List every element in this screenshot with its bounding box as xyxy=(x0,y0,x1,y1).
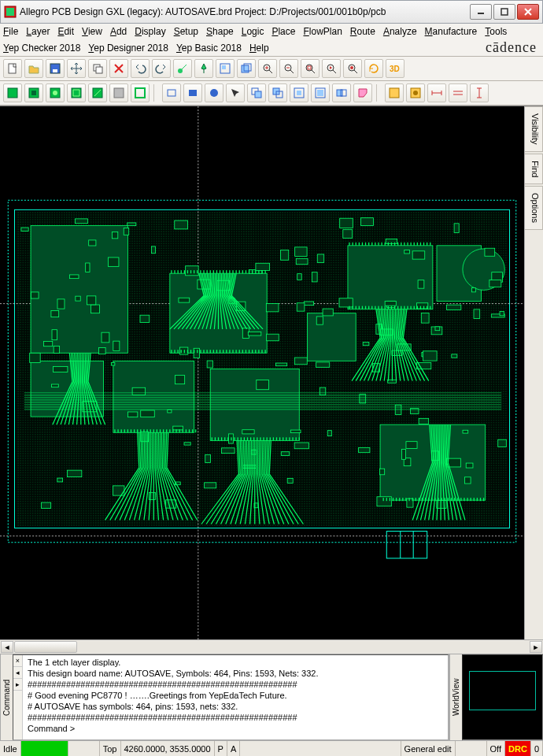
zoom-prev-button[interactable] xyxy=(322,59,341,78)
maximize-button[interactable] xyxy=(493,4,515,20)
zoom-in-button[interactable] xyxy=(258,59,277,78)
svg-rect-232 xyxy=(206,350,207,353)
svg-rect-38 xyxy=(135,88,145,98)
scroll-left-button[interactable]: ◄ xyxy=(1,641,13,653)
menu-manufacture[interactable]: Manufacture xyxy=(425,25,478,38)
status-flag-a[interactable]: A xyxy=(227,741,240,756)
menu-display[interactable]: Display xyxy=(135,25,165,38)
window-title: Allegro PCB Design GXL (legacy): AUTOSAV… xyxy=(20,6,470,17)
save-button[interactable] xyxy=(46,59,65,78)
menu-file[interactable]: File xyxy=(3,25,18,38)
label-flag-button[interactable] xyxy=(173,59,192,78)
svg-rect-343 xyxy=(375,306,375,309)
svg-rect-350 xyxy=(397,306,398,309)
status-drc-label[interactable]: DRC xyxy=(505,741,531,756)
status-drc-off[interactable]: Off xyxy=(487,741,505,756)
new-file-button[interactable] xyxy=(3,59,22,78)
cmd-nav-up[interactable]: × xyxy=(13,655,22,667)
sel-touch-button[interactable] xyxy=(332,83,351,102)
circle-button[interactable] xyxy=(205,83,223,102)
layer-etch-c-button[interactable] xyxy=(88,83,107,102)
view-3d-button[interactable]: 3D xyxy=(386,59,404,78)
layer-etch-b-button[interactable] xyxy=(67,83,86,102)
delete-x-button[interactable] xyxy=(109,59,128,78)
close-button[interactable] xyxy=(517,4,539,20)
status-flag-p[interactable]: P xyxy=(215,741,227,756)
status-layer[interactable]: Top xyxy=(100,741,121,756)
menu-yep-basic-2018[interactable]: Yep Basic 2018 xyxy=(176,42,242,54)
menu-tools[interactable]: Tools xyxy=(485,25,507,38)
menu-route[interactable]: Route xyxy=(350,25,375,38)
layer-etch-a-button[interactable] xyxy=(46,83,65,102)
minimize-button[interactable] xyxy=(470,4,492,20)
sel-overlap-a-button[interactable] xyxy=(247,83,266,102)
rect-button[interactable] xyxy=(162,83,181,102)
menu-analyze[interactable]: Analyze xyxy=(383,25,417,38)
pcb-canvas[interactable] xyxy=(0,106,524,639)
menu-yep-checker-2018[interactable]: Yep Checker 2018 xyxy=(3,42,80,54)
menu-layer[interactable]: Layer xyxy=(26,25,50,38)
svg-rect-128 xyxy=(205,454,211,462)
tab-find[interactable]: Find xyxy=(525,154,543,184)
pin-flag-button[interactable] xyxy=(194,59,213,78)
svg-rect-235 xyxy=(216,350,217,353)
open-file-button[interactable] xyxy=(24,59,43,78)
window-area-button[interactable] xyxy=(216,59,235,78)
svg-rect-362 xyxy=(352,243,353,246)
menu-logic[interactable]: Logic xyxy=(242,25,264,38)
zoom-fit-button[interactable] xyxy=(301,59,320,78)
svg-rect-83 xyxy=(359,447,370,452)
cmd-nav-right[interactable]: ▸ xyxy=(13,679,22,691)
menu-help[interactable]: Help xyxy=(249,42,269,54)
menu-setup[interactable]: Setup xyxy=(174,25,198,38)
sel-arrow-button[interactable] xyxy=(226,83,245,102)
status-edit-mode[interactable]: General edit xyxy=(401,741,456,756)
menu-view[interactable]: View xyxy=(82,25,102,38)
svg-rect-75 xyxy=(31,226,127,354)
menu-edit[interactable]: Edit xyxy=(57,25,74,38)
net-b-button[interactable] xyxy=(406,83,425,102)
dim-h-button[interactable] xyxy=(427,83,446,102)
zoom-world-button[interactable] xyxy=(343,59,362,78)
svg-rect-207 xyxy=(463,430,468,433)
tab-visibility[interactable]: Visibility xyxy=(525,106,543,152)
command-log[interactable]: × ◂ ▸ The 1 etch layer display.This desi… xyxy=(13,654,449,740)
svg-rect-346 xyxy=(385,306,386,309)
dim-hh-button[interactable] xyxy=(449,83,467,102)
svg-rect-146 xyxy=(464,477,471,484)
window-stack-button[interactable] xyxy=(237,59,256,78)
menu-flowplan[interactable]: FlowPlan xyxy=(303,25,342,38)
refresh-button[interactable] xyxy=(364,59,383,78)
undo-button[interactable] xyxy=(131,59,150,78)
menu-shape[interactable]: Shape xyxy=(206,25,234,38)
worldview-canvas[interactable] xyxy=(462,654,543,740)
sel-in-button[interactable] xyxy=(290,83,308,102)
layer-gray-button[interactable] xyxy=(109,83,128,102)
svg-rect-408 xyxy=(451,498,452,501)
layer-on-button[interactable] xyxy=(3,83,22,102)
menu-yep-designer-2018[interactable]: Yep Designer 2018 xyxy=(88,42,168,54)
rect-fill-button[interactable] xyxy=(183,83,202,102)
copy-button[interactable] xyxy=(88,59,107,78)
redo-button[interactable] xyxy=(152,59,171,78)
menu-place[interactable]: Place xyxy=(272,25,295,38)
sel-shape-button[interactable] xyxy=(353,83,372,102)
canvas-hscrollbar[interactable]: ◄ ► xyxy=(0,639,543,654)
svg-rect-23 xyxy=(308,66,311,69)
net-a-button[interactable] xyxy=(385,83,404,102)
svg-rect-198 xyxy=(404,250,410,254)
tab-options[interactable]: Options xyxy=(525,186,543,230)
sel-overlap-b-button[interactable] xyxy=(268,83,287,102)
menu-add[interactable]: Add xyxy=(110,25,127,38)
scroll-thumb[interactable] xyxy=(14,641,77,653)
scroll-right-button[interactable]: ► xyxy=(530,641,542,653)
dim-v-button[interactable] xyxy=(470,83,489,102)
zoom-out-button[interactable] xyxy=(279,59,298,78)
move-xy-button[interactable] xyxy=(67,59,86,78)
cmd-nav-left[interactable]: ◂ xyxy=(13,667,22,679)
layer-copy-button[interactable] xyxy=(24,83,43,102)
svg-rect-366 xyxy=(365,243,366,246)
sel-out-button[interactable] xyxy=(311,83,330,102)
layer-outline-button[interactable] xyxy=(131,83,150,102)
svg-rect-78 xyxy=(308,313,356,361)
